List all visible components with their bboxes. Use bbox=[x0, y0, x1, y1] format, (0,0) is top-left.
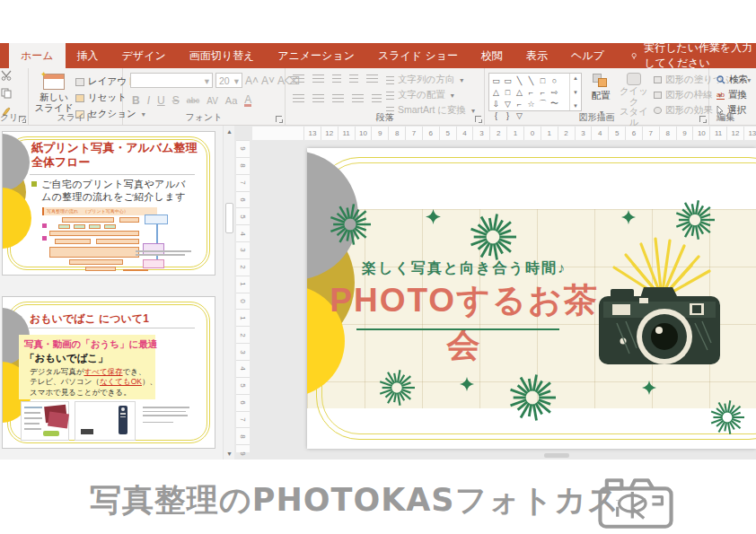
tell-me-box[interactable]: 実行したい作業を入力してください bbox=[630, 43, 756, 68]
slide-thumbnail-1[interactable]: 紙プリント写真・アルバム整理 全体フロー ご自宅のプリント写真やアルバムの整理の… bbox=[2, 131, 215, 276]
shapes-scroll-up-icon[interactable]: ▲ bbox=[570, 75, 581, 81]
slide-editing-surface[interactable]: 楽しく写真と向き合う時間♪ PHOTOするお茶会 bbox=[307, 148, 756, 449]
shape-glyph-12[interactable]: ⇩ bbox=[490, 98, 502, 109]
shape-glyph-17[interactable]: 〜 bbox=[549, 98, 560, 109]
font-size-value: 20 bbox=[219, 75, 230, 86]
italic-button[interactable]: I bbox=[147, 94, 150, 107]
shape-glyph-4[interactable]: □ bbox=[537, 74, 549, 86]
h-ruler-number: 12 bbox=[321, 127, 338, 140]
tab-6[interactable]: 校閲 bbox=[470, 43, 514, 68]
h-ruler-number: 8 bbox=[388, 127, 405, 140]
new-slide-button[interactable]: ✦ 新しい スライド bbox=[34, 74, 74, 113]
shape-glyph-3[interactable]: ╲ bbox=[525, 74, 537, 86]
shape-glyph-14[interactable]: ⌐ bbox=[514, 98, 525, 109]
align-text-button[interactable]: 文字の配置▾ bbox=[386, 89, 475, 101]
group-font: ▾ 20▾ A˄ A˅ A⌫ B I U S abc AV Aa A フォント bbox=[123, 68, 286, 125]
font-name-combo[interactable]: ▾ bbox=[130, 73, 213, 88]
increase-font-icon[interactable]: A˄ bbox=[245, 74, 259, 87]
bold-button[interactable]: B bbox=[132, 94, 140, 107]
slide2-subhead: 「おもいでばこ」 bbox=[24, 352, 109, 365]
clipboard-dialog-launcher[interactable] bbox=[19, 116, 25, 122]
scrollbar-thumb[interactable] bbox=[225, 203, 233, 233]
shape-glyph-1[interactable]: ▭ bbox=[502, 74, 514, 86]
group-clipboard: クリップボード bbox=[0, 68, 29, 125]
strikethrough-button[interactable]: S bbox=[172, 94, 180, 107]
decrease-indent-icon[interactable] bbox=[332, 74, 341, 83]
shape-glyph-10[interactable]: ⌐ bbox=[537, 86, 549, 98]
character-spacing-button[interactable]: AV bbox=[207, 96, 218, 106]
v-ruler-number: 5 bbox=[236, 377, 250, 394]
underline-button[interactable]: U bbox=[157, 94, 165, 107]
horizontal-scrollbar-thumb[interactable] bbox=[544, 453, 569, 458]
tab-1[interactable]: 挿入 bbox=[66, 43, 110, 68]
ribbon-tab-bar: ホーム挿入デザイン画面切り替えアニメーションスライド ショー校閲表示ヘルプ 実行… bbox=[0, 43, 756, 68]
v-ruler-number: 3 bbox=[236, 241, 250, 258]
copy-icon[interactable] bbox=[0, 88, 13, 99]
find-button[interactable]: 検索 bbox=[716, 74, 748, 86]
shape-glyph-8[interactable]: △ bbox=[514, 86, 525, 98]
thumbnail-scrollbar[interactable]: ▲ ▼ bbox=[223, 126, 234, 460]
v-ruler-number: 2 bbox=[236, 326, 250, 343]
shape-glyph-13[interactable]: ▽ bbox=[502, 98, 514, 109]
shapes-scroll-down-icon[interactable]: ▼ bbox=[570, 90, 581, 95]
ribbon-tabs: ホーム挿入デザイン画面切り替えアニメーションスライド ショー校閲表示ヘルプ bbox=[9, 43, 616, 68]
shape-glyph-2[interactable]: ╲ bbox=[514, 74, 525, 86]
shape-glyph-16[interactable]: ⌒ bbox=[537, 98, 549, 109]
shape-glyph-5[interactable]: ○ bbox=[549, 74, 560, 86]
numbering-icon[interactable] bbox=[312, 74, 324, 83]
shape-glyph-11[interactable]: ⇨ bbox=[549, 86, 560, 98]
search-icon bbox=[716, 75, 725, 84]
align-left-icon[interactable] bbox=[293, 94, 304, 103]
decrease-font-icon[interactable]: A˅ bbox=[261, 74, 275, 87]
paragraph-dialog-launcher[interactable] bbox=[475, 116, 481, 122]
shape-glyph-6[interactable]: △ bbox=[490, 86, 502, 98]
shape-glyph-7[interactable]: □ bbox=[502, 86, 514, 98]
slide-thumbnail-2[interactable]: おもいでばこ について1 写真・動画の「おうち」に最適 「おもいでばこ」 デジタ… bbox=[2, 296, 215, 449]
text-direction-button[interactable]: 文字列の方向▾ bbox=[386, 74, 475, 86]
replace-button[interactable]: ab 置換 bbox=[716, 89, 748, 101]
v-ruler-number: 1 bbox=[236, 276, 250, 293]
group-slides-label: スライド bbox=[29, 111, 122, 124]
tab-8[interactable]: ヘルプ bbox=[559, 43, 616, 68]
text-direction-icon bbox=[386, 76, 394, 84]
h-ruler-number: 8 bbox=[659, 127, 676, 140]
font-size-combo[interactable]: 20▾ bbox=[215, 73, 242, 88]
slide1-flowchart: 写真整理の流れ （プリント写真中心） bbox=[42, 207, 179, 272]
v-ruler-number: 8 bbox=[236, 427, 250, 444]
tab-5[interactable]: スライド ショー bbox=[366, 43, 470, 68]
tab-4[interactable]: アニメーション bbox=[266, 43, 366, 68]
bullets-icon[interactable] bbox=[293, 74, 304, 83]
align-right-icon[interactable] bbox=[332, 94, 344, 103]
lightbulb-icon bbox=[630, 50, 637, 62]
shapes-gallery[interactable]: ▭▭╲╲□○△□△⌐⌐⇨⇩▽⌐☆⌒〜{}▽ ▲ ▼ ▼ bbox=[488, 73, 582, 111]
camera-illustration bbox=[576, 233, 738, 386]
cut-icon[interactable] bbox=[0, 70, 13, 81]
increase-indent-icon[interactable] bbox=[349, 74, 358, 83]
change-case-button[interactable]: Aa bbox=[225, 95, 237, 106]
font-dialog-launcher[interactable] bbox=[276, 116, 282, 122]
shape-glyph-0[interactable]: ▭ bbox=[490, 74, 502, 86]
h-ruler-number: 10 bbox=[692, 127, 709, 140]
tab-3[interactable]: 画面切り替え bbox=[178, 43, 267, 68]
text-shadow-button[interactable]: abc bbox=[187, 96, 200, 105]
tab-0[interactable]: ホーム bbox=[9, 43, 66, 68]
columns-icon[interactable] bbox=[372, 94, 382, 103]
footer-logo-text: 写真整理のPHOTOKASフォトカス bbox=[90, 479, 620, 521]
shape-glyph-9[interactable]: ⌐ bbox=[525, 86, 537, 98]
horizontal-ruler: 13121110987654321012345678910111213 bbox=[252, 127, 756, 140]
h-ruler-number: 1 bbox=[506, 127, 523, 140]
flowchart-title: 写真整理の流れ （プリント写真中心） bbox=[42, 207, 157, 215]
tab-2[interactable]: デザイン bbox=[110, 43, 178, 68]
font-color-button[interactable]: A bbox=[244, 95, 251, 107]
slide-subtitle: 楽しく写真と向き合う時間♪ bbox=[334, 259, 594, 278]
v-ruler-number: 3 bbox=[236, 343, 250, 360]
drawing-dialog-launcher[interactable] bbox=[699, 116, 706, 122]
tab-7[interactable]: 表示 bbox=[514, 43, 559, 68]
justify-icon[interactable] bbox=[352, 94, 364, 103]
shapes-more-icon[interactable]: ▼ bbox=[570, 103, 581, 109]
slide2-headline: 写真・動画の「おうち」に最適 bbox=[24, 338, 157, 351]
line-spacing-icon[interactable] bbox=[366, 74, 378, 83]
slide2-remote-image bbox=[75, 401, 136, 441]
shape-glyph-15[interactable]: ☆ bbox=[525, 98, 537, 109]
align-center-icon[interactable] bbox=[312, 94, 324, 103]
